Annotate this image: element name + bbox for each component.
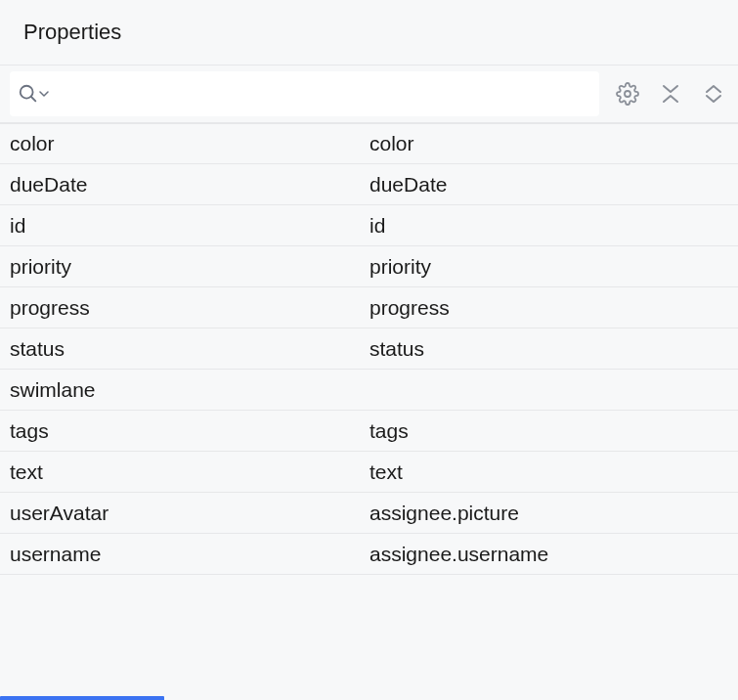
collapse-all-button[interactable] xyxy=(654,77,687,110)
property-key: status xyxy=(0,337,360,361)
property-key: text xyxy=(0,460,360,484)
table-row[interactable]: userAvatar assignee.picture xyxy=(0,493,738,534)
property-value[interactable]: dueDate xyxy=(360,173,738,197)
table-row[interactable]: color color xyxy=(0,123,738,164)
search-field[interactable] xyxy=(10,71,599,116)
property-value[interactable]: assignee.username xyxy=(360,543,738,566)
tab-properties[interactable]: Properties xyxy=(0,0,145,64)
toolbar-actions xyxy=(601,77,730,110)
table-row[interactable]: tags tags xyxy=(0,411,738,452)
property-value[interactable]: status xyxy=(360,337,738,361)
property-key: username xyxy=(0,543,360,566)
chevron-up-icon xyxy=(662,94,679,104)
search-input[interactable] xyxy=(55,83,591,106)
table-row[interactable]: priority priority xyxy=(0,246,738,287)
svg-point-2 xyxy=(625,91,630,97)
property-key: dueDate xyxy=(0,173,360,197)
expand-all-button[interactable] xyxy=(697,77,730,110)
gear-icon xyxy=(616,82,639,106)
property-key: swimlane xyxy=(0,378,360,402)
table-row[interactable]: id id xyxy=(0,205,738,246)
property-key: id xyxy=(0,214,360,238)
chevron-down-icon xyxy=(39,89,49,99)
property-key: userAvatar xyxy=(0,502,360,525)
property-value[interactable]: priority xyxy=(360,255,738,279)
table-row[interactable]: status status xyxy=(0,328,738,370)
chevron-down-icon xyxy=(705,94,722,104)
toolbar xyxy=(0,65,738,123)
table-row[interactable]: progress progress xyxy=(0,287,738,328)
properties-panel: Properties xyxy=(0,0,738,700)
tab-bar: Properties xyxy=(0,0,738,65)
property-value[interactable]: tags xyxy=(360,419,738,443)
search-icon xyxy=(18,83,49,105)
chevron-up-icon xyxy=(705,84,722,94)
table-row[interactable]: swimlane xyxy=(0,370,738,411)
table-row[interactable]: username assignee.username xyxy=(0,534,738,575)
property-key: progress xyxy=(0,296,360,320)
property-key: tags xyxy=(0,419,360,443)
property-value[interactable]: text xyxy=(360,460,738,484)
property-value[interactable]: assignee.picture xyxy=(360,502,738,525)
property-value[interactable]: id xyxy=(360,214,738,238)
property-key: color xyxy=(0,132,360,155)
table-row[interactable]: text text xyxy=(0,452,738,493)
property-value[interactable]: color xyxy=(360,132,738,155)
settings-button[interactable] xyxy=(611,77,644,110)
property-key: priority xyxy=(0,255,360,279)
tab-active-indicator xyxy=(0,696,164,700)
table-row[interactable]: dueDate dueDate xyxy=(0,164,738,205)
chevron-down-icon xyxy=(662,84,679,94)
property-value[interactable]: progress xyxy=(360,296,738,320)
tab-label: Properties xyxy=(23,20,121,45)
properties-grid: color color dueDate dueDate id id priori… xyxy=(0,123,738,700)
svg-line-1 xyxy=(31,97,36,102)
